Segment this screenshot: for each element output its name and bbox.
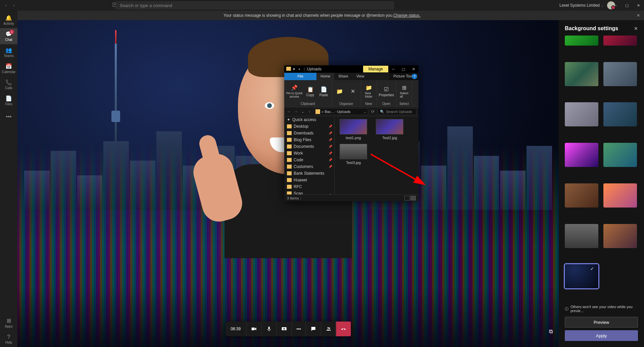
tab-view[interactable]: View: [352, 73, 368, 80]
tree-item[interactable]: Huawei: [284, 177, 334, 183]
view-details-icon[interactable]: [404, 196, 410, 200]
copy-button[interactable]: 📋Copy: [305, 86, 316, 97]
tree-item[interactable]: Desktop📌: [284, 123, 334, 130]
file-list[interactable]: test1.pngTest2.jpgTest3.jpg: [335, 116, 418, 194]
background-thumbnail[interactable]: [603, 62, 637, 86]
background-thumbnail[interactable]: [603, 143, 637, 167]
preview-button[interactable]: Preview: [565, 317, 638, 328]
background-thumbnail[interactable]: [565, 143, 598, 167]
change-status-link[interactable]: Change status.: [393, 13, 420, 18]
delete-button[interactable]: ✕: [347, 88, 359, 95]
rail-teams[interactable]: 👥 Teams: [0, 44, 17, 60]
file-item[interactable]: Test3.jpg: [337, 144, 369, 165]
pin-quick-access[interactable]: 📌Pin to Quick access: [286, 84, 303, 98]
rail-activity[interactable]: 🔔 Activity: [0, 12, 17, 28]
help-icon[interactable]: ?: [412, 74, 417, 79]
background-thumbnail[interactable]: [565, 102, 598, 126]
item-count: 3 items: [287, 196, 299, 200]
rail-more[interactable]: •••: [0, 109, 17, 125]
exp-recent[interactable]: ⌄: [300, 109, 306, 115]
background-thumbnail[interactable]: ✓: [565, 264, 598, 288]
tenant-switcher[interactable]: Lexel Systems Limited ⌄: [559, 3, 604, 8]
camera-toggle[interactable]: [246, 322, 261, 336]
rail-calls[interactable]: 📞 Calls: [0, 76, 17, 93]
paste-button[interactable]: 📄Paste: [318, 86, 330, 97]
panel-title: Background settings: [565, 25, 634, 32]
banner-close-icon[interactable]: ✕: [637, 13, 640, 18]
rail-files[interactable]: 📄 Files: [0, 93, 17, 109]
background-thumbnail[interactable]: [603, 102, 637, 126]
chat-toggle[interactable]: [306, 322, 321, 336]
status-banner: Your status message is showing in chat a…: [0, 11, 644, 20]
tree-item[interactable]: Blog Files📌: [284, 136, 334, 143]
background-thumbnail[interactable]: [565, 224, 598, 248]
teams-icon: 👥: [5, 47, 12, 53]
tree-item[interactable]: Documents📌: [284, 143, 334, 150]
ribbon-collapse-icon[interactable]: ˆ: [406, 73, 410, 79]
search-placeholder: Search or type a command: [120, 3, 172, 8]
tree-item[interactable]: Customers📌: [284, 163, 334, 170]
rail-help[interactable]: ? Help: [0, 331, 17, 347]
quick-access[interactable]: ✦Quick access: [284, 116, 334, 123]
qat-icon[interactable]: ▾: [292, 67, 296, 71]
explorer-maximize[interactable]: ▢: [398, 65, 408, 73]
search-input[interactable]: Search or type a command: [115, 1, 394, 9]
tree-item[interactable]: Downloads📌: [284, 130, 334, 136]
mic-toggle[interactable]: [261, 322, 276, 336]
tree-item[interactable]: Code📌: [284, 157, 334, 163]
tab-home[interactable]: Home: [316, 73, 334, 80]
properties-button[interactable]: ☑Properties: [379, 86, 394, 97]
exp-fwd[interactable]: →: [293, 109, 299, 115]
background-thumbnail[interactable]: [565, 36, 598, 46]
search-icon: 🔍: [380, 110, 385, 114]
more-actions[interactable]: •••: [291, 322, 306, 336]
explorer-titlebar[interactable]: ▾ ▪ | Uploads Manage ─ ▢ ✕: [284, 65, 418, 73]
qat-icon[interactable]: ▪: [297, 67, 302, 71]
background-settings-panel: Background settings ✕ ✓ ⓘ Others won't s…: [559, 20, 644, 347]
share-screen[interactable]: [276, 322, 291, 336]
tab-file[interactable]: File: [284, 73, 316, 80]
background-thumbnail[interactable]: [603, 224, 637, 248]
background-thumbnail[interactable]: [565, 62, 598, 86]
rail-chat[interactable]: 1 💬 Chat: [0, 28, 17, 44]
tree-item[interactable]: Work📌: [284, 150, 334, 157]
tab-share[interactable]: Share: [334, 73, 352, 80]
tree-item[interactable]: Scan⌄: [284, 190, 334, 194]
file-item[interactable]: Test2.jpg: [374, 119, 406, 140]
popout-icon[interactable]: ⧉: [546, 327, 555, 336]
phone-icon: 📞: [5, 79, 12, 85]
participants[interactable]: [321, 322, 336, 336]
select-all[interactable]: ⊞Select all: [398, 84, 410, 98]
move-to[interactable]: 📁: [334, 88, 345, 95]
address-bar[interactable]: « Bac… › Uploads ⌄: [314, 108, 368, 115]
nav-fwd[interactable]: ›: [11, 2, 17, 9]
tree-item[interactable]: Bank Statements: [284, 170, 334, 177]
rail-calendar[interactable]: 📅 Calendar: [0, 60, 17, 76]
help-icon: ?: [7, 334, 10, 340]
background-thumbnail[interactable]: [565, 183, 598, 208]
exp-back[interactable]: ←: [286, 109, 292, 115]
exp-up[interactable]: ↑: [306, 109, 312, 115]
explorer-search[interactable]: 🔍 Search Uploads: [378, 108, 416, 115]
background-thumbnail[interactable]: [603, 183, 637, 208]
apply-button[interactable]: Apply: [565, 330, 638, 341]
window-minimize[interactable]: ─: [610, 0, 621, 11]
file-item[interactable]: test1.png: [337, 119, 369, 140]
view-grid-icon[interactable]: [410, 196, 416, 200]
window-maximize[interactable]: ▢: [621, 0, 633, 11]
tree-item[interactable]: RFC: [284, 183, 334, 190]
context-tab[interactable]: Manage: [363, 66, 388, 72]
chevron-down-icon[interactable]: ⌄: [363, 110, 366, 114]
window-close[interactable]: ✕: [633, 0, 644, 11]
nav-pane[interactable]: ✦Quick access Desktop📌Downloads📌Blog Fil…: [284, 116, 335, 194]
rail-apps[interactable]: ⊞ Apps: [0, 315, 17, 331]
new-folder[interactable]: 📁New folder: [363, 84, 375, 98]
panel-close-icon[interactable]: ✕: [634, 26, 638, 31]
hang-up[interactable]: [336, 322, 351, 336]
refresh-icon[interactable]: ⟳: [369, 109, 376, 114]
nav-back[interactable]: ‹: [3, 2, 9, 9]
folder-icon: [286, 67, 291, 71]
explorer-close[interactable]: ✕: [408, 65, 418, 73]
explorer-minimize[interactable]: ─: [388, 65, 398, 73]
background-thumbnail[interactable]: [603, 36, 637, 46]
